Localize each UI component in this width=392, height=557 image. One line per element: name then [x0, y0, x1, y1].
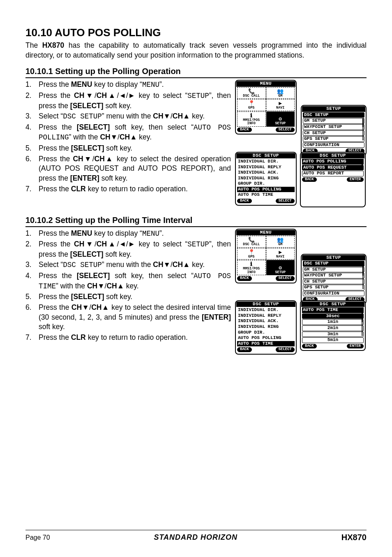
- section-polling-interval: 10.10.2 Setting up the Polling Time Inte…: [25, 215, 367, 355]
- softkey-select[interactable]: ENTER: [347, 177, 364, 182]
- list-item[interactable]: AUTO POS POLLING: [237, 187, 295, 193]
- screen-title: MENU: [236, 81, 295, 87]
- list-item[interactable]: CONFIGURATION: [303, 142, 364, 148]
- list-item[interactable]: AUTO POS TIME: [237, 192, 295, 198]
- menu-cell[interactable]: 👥GM: [266, 236, 295, 248]
- list-item[interactable]: INDIVIDUAL DIR.: [237, 307, 295, 313]
- brand-logo: STANDARD HORIZON: [154, 532, 238, 542]
- menu-icon: 📍: [248, 250, 255, 255]
- screen-title: DSC SETUP: [236, 302, 295, 307]
- list-header: AUTO POS TIME: [302, 307, 364, 313]
- list-item[interactable]: CH SETUP: [303, 130, 364, 136]
- menu-icon: 📞: [248, 89, 255, 94]
- list-item[interactable]: INDIVIDUAL ACK.: [237, 318, 295, 324]
- list-item[interactable]: WAYPOINT SETUP: [303, 273, 364, 278]
- lcd-setup-screen: SETUP DSC SETUPGM SETUPWAYPOINT SETUPCH …: [301, 105, 367, 155]
- list-item[interactable]: GROUP DIR.: [237, 181, 295, 187]
- scrollbar[interactable]: [362, 313, 363, 335]
- subsection-heading: 10.10.2 Setting up the Polling Time Inte…: [25, 215, 367, 227]
- menu-cell[interactable]: ℹMMSI/POSINFO: [237, 260, 266, 275]
- lcd-dsc-setup-screen: DSC SETUP INDIVIDUAL DIR.INDIVIDUAL REPL…: [235, 152, 297, 206]
- screen-title: MENU: [236, 230, 295, 236]
- list-item[interactable]: INDIVIDUAL DIR.: [237, 159, 295, 165]
- menu-icon: 👥: [277, 89, 284, 94]
- list-item[interactable]: WAYPOINT SETUP: [303, 124, 364, 130]
- lcd-menu-screen: MENU 📞DSC CALL👥GM📍GPS▶NAVIℹMMSI/POSINFO⚙…: [235, 229, 297, 283]
- softkey-select[interactable]: SELECT: [276, 347, 295, 352]
- list-item[interactable]: GM SETUP: [303, 118, 364, 124]
- section-heading: 10.10 AUTO POS POLLING: [25, 26, 367, 40]
- softkey-back[interactable]: BACK: [302, 177, 317, 182]
- page-footer: Page 70 STANDARD HORIZON HX870: [25, 530, 367, 543]
- list-item[interactable]: INDIVIDUAL REPLY: [237, 165, 295, 170]
- list-item[interactable]: INDIVIDUAL RING: [237, 176, 295, 181]
- softkey-back[interactable]: BACK: [237, 347, 252, 352]
- softkey-select[interactable]: SELECT: [276, 199, 295, 203]
- list-item[interactable]: AUTO POS REQUEST: [302, 165, 364, 171]
- intro-text: The HX870 has the capability to automati…: [25, 41, 367, 60]
- menu-cell[interactable]: ⚙SETUP: [266, 111, 295, 127]
- menu-icon: ⚙: [279, 265, 282, 271]
- list-item[interactable]: INDIVIDUAL REPLY: [237, 313, 295, 319]
- model-label: HX870: [341, 532, 367, 543]
- softkey-select[interactable]: ENTER: [347, 344, 364, 348]
- list-item[interactable]: DSC SETUP: [303, 261, 364, 267]
- menu-cell[interactable]: ▶NAVI: [266, 99, 295, 111]
- steps-list: 1.Press the MENU key to display “MENU”.2…: [25, 80, 231, 194]
- screen-title: DSC SETUP: [301, 302, 364, 307]
- screen-title: DSC SETUP: [236, 153, 295, 159]
- lcd-menu-screen: MENU 📞DSC CALL👥GM📍GPS▶NAVIℹMMSI/POSINFO⚙…: [235, 80, 297, 135]
- list-item[interactable]: AUTO POS TIME: [237, 341, 295, 347]
- menu-cell[interactable]: ▶NAVI: [266, 248, 295, 260]
- menu-cell[interactable]: 📍GPS: [237, 248, 266, 260]
- list-item[interactable]: GPS SETUP: [303, 285, 364, 290]
- list-item[interactable]: DSC SETUP: [303, 112, 364, 118]
- list-item[interactable]: CH SETUP: [303, 279, 364, 285]
- lcd-dsc-setup-screen: DSC SETUP INDIVIDUAL DIR.INDIVIDUAL REPL…: [235, 300, 297, 355]
- list-item[interactable]: AUTO POS REPORT: [302, 171, 364, 176]
- list-item[interactable]: 3min: [302, 332, 364, 337]
- list-item[interactable]: CONFIGURATION: [303, 291, 364, 297]
- menu-cell[interactable]: 👥GM: [266, 87, 295, 99]
- softkey-back[interactable]: BACK: [237, 199, 252, 203]
- list-header: AUTO POS POLLING: [302, 159, 364, 165]
- screen-title: SETUP: [302, 106, 365, 112]
- list-item[interactable]: AUTO POS POLLING: [237, 335, 295, 341]
- menu-cell[interactable]: ℹMMSI/POSINFO: [237, 111, 266, 127]
- page-number: Page 70: [25, 533, 50, 542]
- menu-cell[interactable]: ⚙SETUP: [266, 260, 295, 275]
- list-item[interactable]: 30sec: [302, 313, 364, 319]
- list-item[interactable]: INDIVIDUAL ACK.: [237, 170, 295, 176]
- section-polling-operation: 10.10.1 Setting up the Polling Operation…: [25, 66, 367, 207]
- list-item[interactable]: 1min: [302, 319, 364, 325]
- menu-icon: ℹ: [250, 113, 252, 118]
- scrollbar[interactable]: [362, 165, 363, 169]
- screen-title: DSC SETUP: [301, 153, 364, 159]
- softkey-back[interactable]: BACK: [302, 344, 317, 348]
- list-item[interactable]: GM SETUP: [303, 267, 364, 273]
- subsection-heading: 10.10.1 Setting up the Polling Operation: [25, 66, 367, 78]
- lcd-setup-screen: SETUP DSC SETUPGM SETUPWAYPOINT SETUPCH …: [301, 254, 367, 304]
- lcd-time-opts-screen: DSC SETUP AUTO POS TIME30sec1min2min3min…: [300, 300, 366, 351]
- list-item[interactable]: GROUP DIR.: [237, 330, 295, 336]
- menu-cell[interactable]: 📞DSC CALL: [237, 87, 266, 99]
- scrollbar[interactable]: [362, 267, 364, 289]
- lcd-polling-opts-screen: DSC SETUP AUTO POS POLLINGAUTO POS REQUE…: [300, 152, 366, 207]
- menu-cell[interactable]: 📞DSC CALL: [237, 236, 266, 248]
- list-item[interactable]: 5min: [302, 337, 364, 343]
- list-item[interactable]: 2min: [302, 325, 364, 331]
- list-item[interactable]: GPS SETUP: [303, 136, 364, 142]
- screen-title: SETUP: [302, 255, 365, 261]
- list-item[interactable]: INDIVIDUAL RING: [237, 324, 295, 330]
- steps-list: 1.Press the MENU key to display “MENU”.2…: [25, 229, 231, 343]
- menu-icon: ▶: [279, 250, 282, 255]
- menu-cell[interactable]: 📍GPS: [237, 99, 266, 111]
- scrollbar[interactable]: [362, 118, 364, 140]
